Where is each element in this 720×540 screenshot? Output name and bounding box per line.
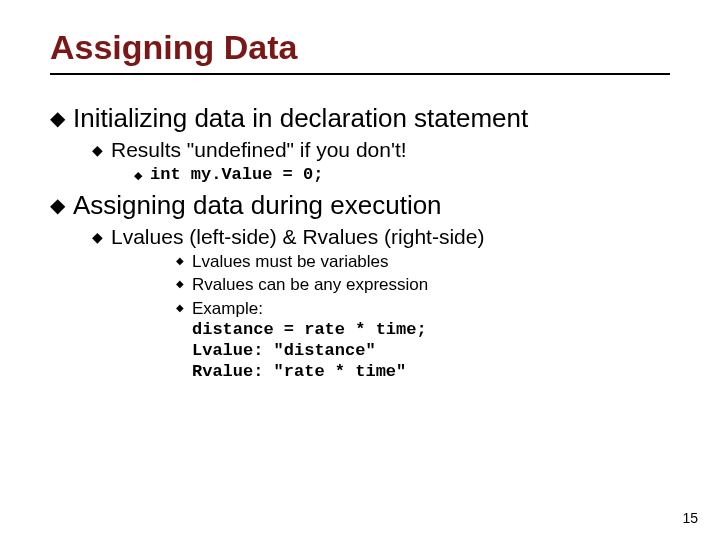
example-label: Example: bbox=[192, 299, 263, 318]
bullet-text: Rvalues can be any expression bbox=[192, 274, 428, 295]
bullet-lvalues-variables: ◆ Lvalues must be variables bbox=[176, 251, 670, 272]
title-underline bbox=[50, 73, 670, 75]
bullet-rvalues-expression: ◆ Rvalues can be any expression bbox=[176, 274, 670, 295]
code-line-rvalue: Rvalue: "rate * time" bbox=[192, 361, 427, 382]
bullet-text: Lvalues must be variables bbox=[192, 251, 389, 272]
bullet-lvalues-rvalues: ◆ Lvalues (left-side) & Rvalues (right-s… bbox=[92, 225, 670, 249]
diamond-bullet-icon: ◆ bbox=[92, 230, 103, 244]
diamond-bullet-icon: ◆ bbox=[176, 256, 184, 266]
bullet-text: Results "undefined" if you don't! bbox=[111, 138, 407, 162]
bullet-text: Lvalues (left-side) & Rvalues (right-sid… bbox=[111, 225, 484, 249]
diamond-bullet-icon: ◆ bbox=[50, 195, 65, 215]
bullet-text: Initializing data in declaration stateme… bbox=[73, 103, 528, 134]
example-body: Example: distance = rate * time; Lvalue:… bbox=[192, 298, 427, 383]
slide-title: Assigning Data bbox=[50, 28, 670, 67]
diamond-bullet-icon: ◆ bbox=[176, 303, 184, 313]
bullet-text: Assigning data during execution bbox=[73, 190, 442, 221]
code-line-distance: distance = rate * time; bbox=[192, 319, 427, 340]
bullet-example: ◆ Example: distance = rate * time; Lvalu… bbox=[176, 298, 670, 383]
diamond-bullet-icon: ◆ bbox=[92, 143, 103, 157]
code-line-lvalue: Lvalue: "distance" bbox=[192, 340, 427, 361]
bullet-initializing: ◆ Initializing data in declaration state… bbox=[50, 103, 670, 134]
diamond-bullet-icon: ◆ bbox=[176, 279, 184, 289]
page-number: 15 bbox=[682, 510, 698, 526]
bullet-code-int-myvalue: ◆ int my.Value = 0; bbox=[134, 165, 670, 184]
slide: Assigning Data ◆ Initializing data in de… bbox=[0, 0, 720, 540]
diamond-bullet-icon: ◆ bbox=[134, 170, 142, 181]
diamond-bullet-icon: ◆ bbox=[50, 108, 65, 128]
bullet-assigning-execution: ◆ Assigning data during execution bbox=[50, 190, 670, 221]
code-text: int my.Value = 0; bbox=[150, 165, 323, 184]
bullet-results-undefined: ◆ Results "undefined" if you don't! bbox=[92, 138, 670, 162]
